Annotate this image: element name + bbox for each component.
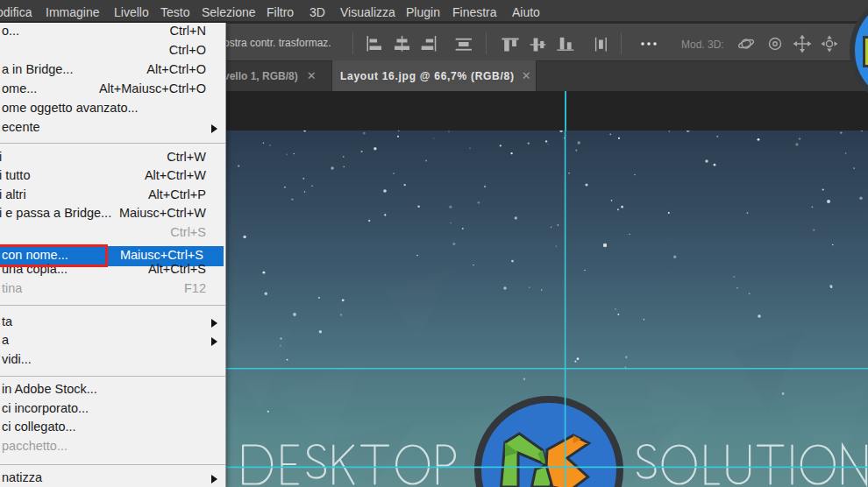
svg-text:Mod. 3D:: Mod. 3D: bbox=[681, 39, 724, 51]
